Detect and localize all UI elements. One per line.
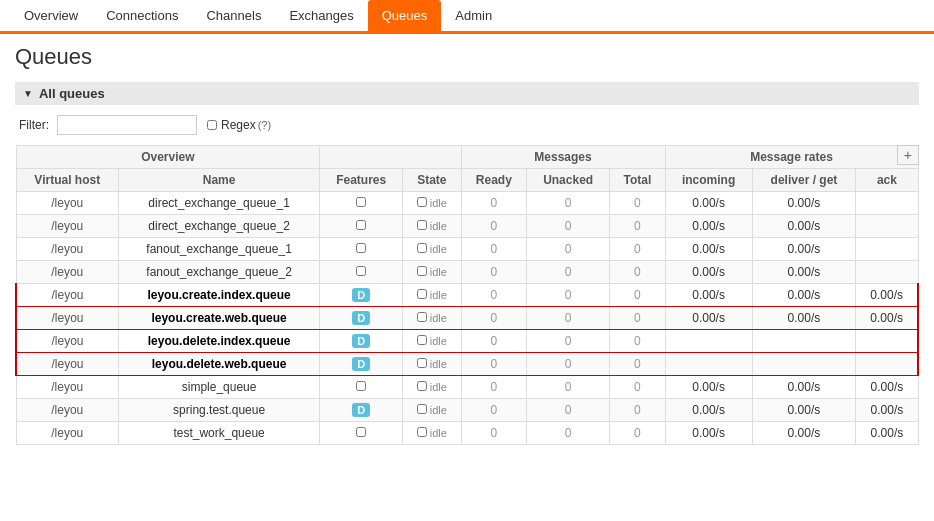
queue-state: idle [403, 215, 461, 238]
queue-ack [856, 353, 918, 376]
all-queues-section[interactable]: ▼ All queues [15, 82, 919, 105]
queue-state: idle [403, 422, 461, 445]
queue-total: 0 [610, 353, 665, 376]
queue-name[interactable]: fanout_exchange_queue_2 [119, 261, 320, 284]
queue-ready: 0 [461, 399, 527, 422]
queue-incoming: 0.00/s [665, 399, 752, 422]
nav-item-connections[interactable]: Connections [92, 0, 192, 31]
queue-incoming: 0.00/s [665, 261, 752, 284]
col-unacked: Unacked [527, 169, 610, 192]
nav-item-queues[interactable]: Queues [368, 0, 442, 31]
queue-state: idle [403, 238, 461, 261]
table-row: /leyou [16, 422, 119, 445]
queue-name[interactable]: direct_exchange_queue_2 [119, 215, 320, 238]
section-arrow: ▼ [23, 88, 33, 99]
queue-name[interactable]: fanout_exchange_queue_1 [119, 238, 320, 261]
queue-features: D [320, 399, 403, 422]
table-row: /leyou [16, 330, 119, 353]
col-deliver-get: deliver / get [752, 169, 856, 192]
queue-incoming: 0.00/s [665, 284, 752, 307]
queue-total: 0 [610, 422, 665, 445]
group-header-message-rates: Message rates [665, 146, 918, 169]
queue-ack [856, 261, 918, 284]
nav-item-overview[interactable]: Overview [10, 0, 92, 31]
table-row: /leyou [16, 399, 119, 422]
queue-total: 0 [610, 261, 665, 284]
queue-unacked: 0 [527, 376, 610, 399]
queue-deliver-get: 0.00/s [752, 192, 856, 215]
queue-deliver-get: 0.00/s [752, 261, 856, 284]
nav-item-admin[interactable]: Admin [441, 0, 506, 31]
queue-unacked: 0 [527, 399, 610, 422]
queue-name[interactable]: simple_queue [119, 376, 320, 399]
queue-total: 0 [610, 238, 665, 261]
queue-name[interactable]: leyou.delete.web.queue [119, 353, 320, 376]
add-column-button[interactable]: + [897, 145, 919, 165]
queue-ready: 0 [461, 261, 527, 284]
page-content: Queues ▼ All queues Filter: Regex (?) + … [0, 34, 934, 455]
filter-row: Filter: Regex (?) [15, 115, 919, 135]
queue-deliver-get: 0.00/s [752, 399, 856, 422]
queue-ack [856, 192, 918, 215]
queue-features [320, 422, 403, 445]
queue-features [320, 261, 403, 284]
queue-incoming [665, 330, 752, 353]
queue-name[interactable]: leyou.create.index.queue [119, 284, 320, 307]
queue-deliver-get [752, 330, 856, 353]
col-ack: ack [856, 169, 918, 192]
queues-table: Overview Messages Message rates Virtual … [15, 145, 919, 445]
group-header-overview2 [320, 146, 461, 169]
queue-state: idle [403, 261, 461, 284]
queue-unacked: 0 [527, 192, 610, 215]
queue-state: idle [403, 330, 461, 353]
queue-unacked: 0 [527, 330, 610, 353]
queue-incoming: 0.00/s [665, 215, 752, 238]
queue-unacked: 0 [527, 261, 610, 284]
queue-name[interactable]: direct_exchange_queue_1 [119, 192, 320, 215]
col-name: Name [119, 169, 320, 192]
queue-ack [856, 330, 918, 353]
queue-features [320, 215, 403, 238]
queue-state: idle [403, 192, 461, 215]
queue-total: 0 [610, 330, 665, 353]
nav-item-channels[interactable]: Channels [192, 0, 275, 31]
queue-deliver-get: 0.00/s [752, 215, 856, 238]
queue-total: 0 [610, 192, 665, 215]
queue-ready: 0 [461, 330, 527, 353]
section-label: All queues [39, 86, 105, 101]
queue-ack: 0.00/s [856, 307, 918, 330]
col-ready: Ready [461, 169, 527, 192]
queue-ack [856, 238, 918, 261]
queue-state: idle [403, 376, 461, 399]
page-title: Queues [15, 44, 919, 70]
regex-checkbox[interactable] [207, 120, 217, 130]
group-header-overview: Overview [16, 146, 320, 169]
queue-ack: 0.00/s [856, 284, 918, 307]
regex-label: Regex [221, 118, 256, 132]
queue-incoming: 0.00/s [665, 307, 752, 330]
queue-ready: 0 [461, 192, 527, 215]
table-row: /leyou [16, 376, 119, 399]
queue-name[interactable]: spring.test.queue [119, 399, 320, 422]
table-row: /leyou [16, 238, 119, 261]
nav-item-exchanges[interactable]: Exchanges [275, 0, 367, 31]
queue-incoming: 0.00/s [665, 376, 752, 399]
queue-ready: 0 [461, 284, 527, 307]
queue-unacked: 0 [527, 422, 610, 445]
table-row: /leyou [16, 215, 119, 238]
filter-label: Filter: [19, 118, 49, 132]
group-header-messages: Messages [461, 146, 665, 169]
queue-state: idle [403, 284, 461, 307]
queue-unacked: 0 [527, 307, 610, 330]
filter-input[interactable] [57, 115, 197, 135]
queue-state: idle [403, 307, 461, 330]
queue-name[interactable]: leyou.delete.index.queue [119, 330, 320, 353]
queue-name[interactable]: test_work_queue [119, 422, 320, 445]
col-incoming: incoming [665, 169, 752, 192]
queue-ready: 0 [461, 376, 527, 399]
queue-total: 0 [610, 399, 665, 422]
col-features: Features [320, 169, 403, 192]
queue-ready: 0 [461, 353, 527, 376]
queue-name[interactable]: leyou.create.web.queue [119, 307, 320, 330]
queue-unacked: 0 [527, 284, 610, 307]
